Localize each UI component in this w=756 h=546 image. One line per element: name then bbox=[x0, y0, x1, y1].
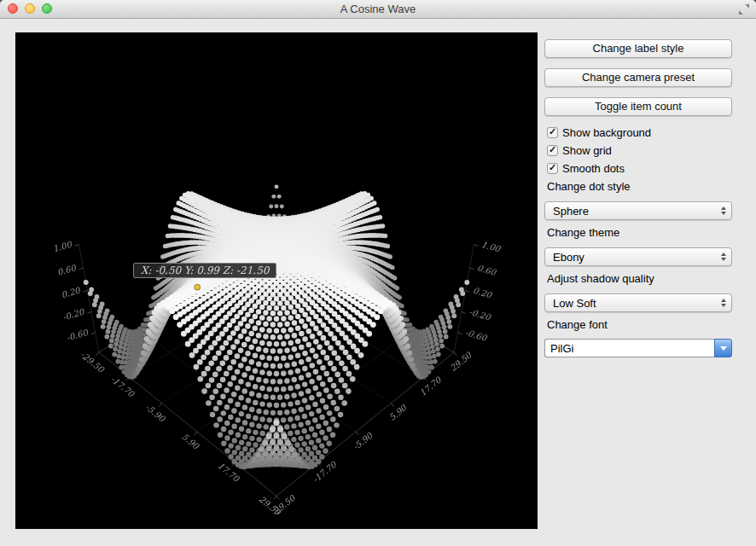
minimize-button[interactable] bbox=[25, 3, 35, 14]
font-label: Change font bbox=[547, 318, 608, 332]
theme-select[interactable]: Ebony bbox=[544, 247, 732, 266]
toggle-item-count-button[interactable]: Toggle item count bbox=[544, 97, 732, 116]
dot-style-select[interactable]: Sphere bbox=[544, 201, 732, 220]
shadow-quality-value: Low Soft bbox=[553, 297, 596, 310]
checkbox-box: ✓ bbox=[547, 163, 558, 174]
popup-arrows-icon bbox=[721, 294, 726, 311]
checkbox-label: Show grid bbox=[562, 144, 612, 157]
control-panel: Change label style Change camera preset … bbox=[544, 19, 732, 546]
chevron-down-icon bbox=[720, 346, 727, 351]
close-button[interactable] bbox=[8, 3, 18, 14]
zoom-button[interactable] bbox=[42, 3, 52, 14]
app-window: A Cosine Wave X: -0.50 Y: 0.99 Z: -21.50… bbox=[0, 0, 756, 546]
window-title: A Cosine Wave bbox=[0, 0, 756, 18]
titlebar[interactable]: A Cosine Wave bbox=[0, 0, 756, 19]
check-icon: ✓ bbox=[549, 144, 556, 155]
popup-arrows-icon bbox=[721, 248, 726, 265]
checkbox-box: ✓ bbox=[547, 127, 558, 138]
checkbox-label: Smooth dots bbox=[562, 162, 625, 175]
font-combobox-dropdown-button[interactable] bbox=[714, 339, 732, 357]
fullscreen-icon[interactable] bbox=[738, 3, 750, 15]
popup-arrows-icon bbox=[721, 202, 726, 219]
shadow-quality-select[interactable]: Low Soft bbox=[544, 293, 732, 312]
show-background-checkbox[interactable]: ✓ Show background bbox=[547, 125, 651, 139]
shadow-quality-label: Adjust shadow quality bbox=[547, 272, 654, 286]
change-label-style-button[interactable]: Change label style bbox=[544, 39, 732, 58]
smooth-dots-checkbox[interactable]: ✓ Smooth dots bbox=[547, 161, 625, 175]
scatter-3d-view-container: X: -0.50 Y: 0.99 Z: -21.50 bbox=[15, 32, 538, 529]
font-combobox[interactable]: PilGi bbox=[544, 339, 732, 357]
change-camera-preset-button[interactable]: Change camera preset bbox=[544, 68, 732, 87]
check-icon: ✓ bbox=[549, 162, 556, 173]
dot-style-label: Change dot style bbox=[547, 180, 631, 194]
theme-value: Ebony bbox=[553, 251, 584, 264]
font-combobox-field[interactable]: PilGi bbox=[544, 339, 714, 357]
show-grid-checkbox[interactable]: ✓ Show grid bbox=[547, 143, 612, 157]
check-icon: ✓ bbox=[549, 126, 556, 137]
checkbox-label: Show background bbox=[562, 126, 651, 139]
theme-label: Change theme bbox=[547, 226, 619, 240]
checkbox-box: ✓ bbox=[547, 145, 558, 156]
dot-style-value: Sphere bbox=[553, 205, 589, 218]
scatter-3d-view[interactable] bbox=[15, 32, 538, 529]
